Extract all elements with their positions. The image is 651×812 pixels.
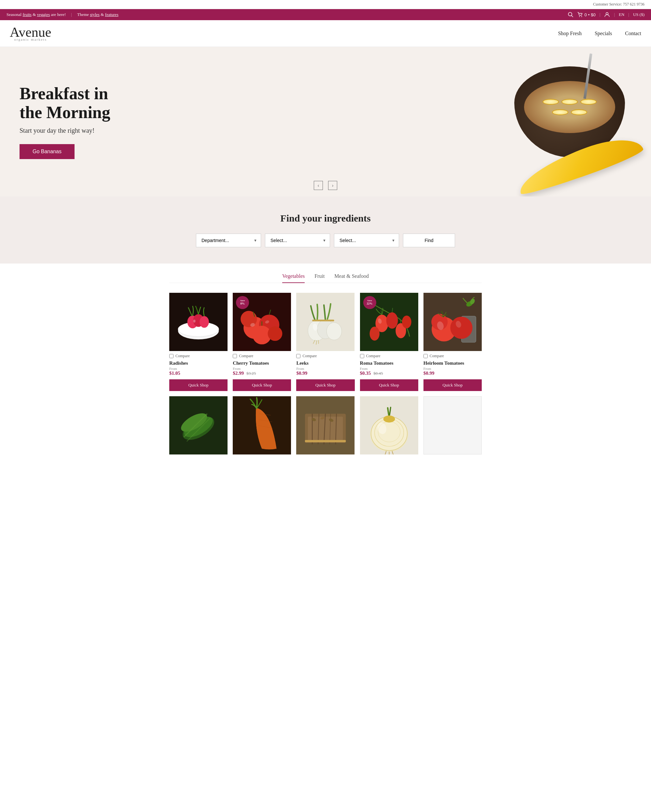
styles-link[interactable]: styles <box>90 12 99 17</box>
quick-shop-heirloom-tomatoes[interactable]: Quick Shop <box>423 379 482 391</box>
hero-visual <box>228 47 651 197</box>
compare-row-roma-tomatoes: Compare <box>360 354 418 359</box>
product-from-radishes: From <box>169 366 228 371</box>
hero-carousel-nav: ‹ › <box>314 181 337 190</box>
product-from-cherry-tomatoes: From <box>233 366 291 371</box>
subcategory-select[interactable]: Select... <box>334 234 399 247</box>
hero-title: Breakfast in the Morning <box>20 84 117 121</box>
select3-wrapper: Select... <box>334 234 399 247</box>
announcement-text: Seasonal fruits & veggies are here! <box>6 12 66 17</box>
compare-row-radishes: Compare <box>169 354 228 359</box>
tab-fruit[interactable]: Fruit <box>315 273 324 283</box>
sep2: | <box>599 12 601 17</box>
account-button[interactable] <box>604 12 610 18</box>
svg-point-42 <box>450 316 472 339</box>
features-link[interactable]: features <box>105 12 118 17</box>
fruits-link[interactable]: fruits <box>23 12 31 17</box>
product-price-heirloom-tomatoes: $0.99 <box>423 371 482 376</box>
nav-contact[interactable]: Contact <box>625 31 641 37</box>
sep4: | <box>628 12 629 17</box>
product-tabs: Vegetables Fruit Meat & Seafood <box>169 264 482 283</box>
product-orig-price-cherry-tomatoes: $3.25 <box>246 371 256 376</box>
find-button[interactable]: Find <box>403 234 455 247</box>
compare-row-heirloom-tomatoes: Compare <box>423 354 482 359</box>
product-from-heirloom-tomatoes: From <box>423 366 482 371</box>
product-card-onion <box>360 396 418 455</box>
compare-row-cherry-tomatoes: Compare <box>233 354 291 359</box>
onion-svg <box>360 396 418 455</box>
product-from-roma-tomatoes: From <box>360 366 418 371</box>
product-name-leeks: Leeks <box>296 360 355 366</box>
compare-checkbox-radishes[interactable] <box>169 354 174 358</box>
product-image-roma-tomatoes: Save 22% <box>360 293 418 351</box>
nav-specials[interactable]: Specials <box>595 31 612 37</box>
logo-sub: organic markets <box>10 38 52 41</box>
product-card-radishes: Compare Radishes From $1.05 Quick Shop <box>169 293 228 391</box>
customer-service-text: Customer Service: 757 621 9736 <box>593 2 645 6</box>
main-nav: Shop Fresh Specials Contact <box>558 31 641 37</box>
find-controls: Department... Vegetables Fruit Meat & Se… <box>6 234 645 247</box>
separator: | <box>71 12 72 17</box>
hero-image-area <box>228 47 651 197</box>
product-name-heirloom-tomatoes: Heirloom Tomatoes <box>423 360 482 366</box>
hero-section: Breakfast in the Morning Start your day … <box>0 47 651 197</box>
product-price-cherry-tomatoes: $2.99 <box>233 371 244 376</box>
svg-point-17 <box>268 326 283 341</box>
product-price-leeks: $0.99 <box>296 371 355 376</box>
search-button[interactable] <box>568 12 573 18</box>
compare-label-leeks: Compare <box>303 354 317 359</box>
department-select[interactable]: Department... Vegetables Fruit Meat & Se… <box>196 234 261 247</box>
cart-button[interactable]: 0 • $0 <box>578 12 596 18</box>
quick-shop-leeks[interactable]: Quick Shop <box>296 379 355 391</box>
heirloom-tomatoes-image <box>423 293 482 351</box>
product-price-roma-tomatoes: $0.35 <box>360 371 371 376</box>
svg-point-34 <box>402 316 411 328</box>
category-select[interactable]: Select... <box>265 234 330 247</box>
cart-count: 0 <box>585 12 587 17</box>
svg-point-11 <box>193 319 195 322</box>
compare-checkbox-cherry-tomatoes[interactable] <box>233 354 237 358</box>
quick-shop-roma-tomatoes[interactable]: Quick Shop <box>360 379 418 391</box>
save-badge-cherry-tomatoes: Save 8% <box>236 296 249 309</box>
compare-label-heirloom-tomatoes: Compare <box>429 354 444 359</box>
sep3: | <box>614 12 615 17</box>
product-from-leeks: From <box>296 366 355 371</box>
product-card-zucchini <box>169 396 228 455</box>
department-select-wrapper: Department... Vegetables Fruit Meat & Se… <box>196 234 261 247</box>
logo-avenue: Avenue <box>10 25 52 39</box>
svg-point-75 <box>383 415 395 423</box>
hero-prev-button[interactable]: ‹ <box>314 181 323 190</box>
zucchini-svg <box>169 396 228 455</box>
products-grid-row2 <box>169 396 482 455</box>
tab-vegetables[interactable]: Vegetables <box>282 273 305 283</box>
compare-checkbox-heirloom-tomatoes[interactable] <box>423 354 428 358</box>
hero-subtitle: Start your day the right way! <box>20 127 117 134</box>
nav-shop-fresh[interactable]: Shop Fresh <box>558 31 581 37</box>
product-image-zucchini <box>169 396 228 455</box>
product-image-onion <box>360 396 418 455</box>
veggies-link[interactable]: veggies <box>37 12 50 17</box>
product-card-empty <box>423 396 482 455</box>
quick-shop-cherry-tomatoes[interactable]: Quick Shop <box>233 379 291 391</box>
quick-shop-radishes[interactable]: Quick Shop <box>169 379 228 391</box>
product-name-roma-tomatoes: Roma Tomatoes <box>360 360 418 366</box>
product-image-carrot <box>233 396 291 455</box>
announcement-right: 0 • $0 | | EN | US ($) <box>568 12 645 18</box>
find-section: Find your ingredients Department... Vege… <box>0 197 651 264</box>
hero-next-button[interactable]: › <box>328 181 337 190</box>
compare-checkbox-roma-tomatoes[interactable] <box>360 354 364 358</box>
svg-point-2 <box>579 16 580 17</box>
compare-checkbox-leeks[interactable] <box>296 354 300 358</box>
compare-label-roma-tomatoes: Compare <box>366 354 381 359</box>
currency-selector[interactable]: US ($) <box>633 12 645 17</box>
product-image-empty <box>423 396 482 455</box>
theme-text: Theme styles & features <box>77 12 118 17</box>
find-title: Find your ingredients <box>6 213 645 224</box>
hero-cta-button[interactable]: Go Bananas <box>20 144 75 159</box>
svg-point-3 <box>581 16 582 17</box>
product-card-herb <box>296 396 355 455</box>
logo[interactable]: Avenue organic markets <box>10 25 52 41</box>
lang-selector[interactable]: EN <box>619 12 624 17</box>
radishes-image <box>169 293 228 351</box>
tab-meat-seafood[interactable]: Meat & Seafood <box>334 273 369 283</box>
